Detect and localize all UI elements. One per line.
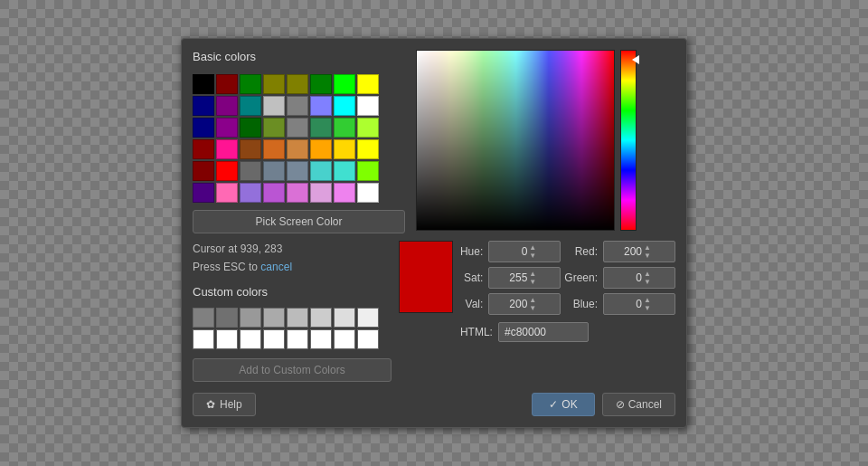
basic-color-swatch[interactable] bbox=[334, 118, 355, 138]
basic-color-swatch[interactable] bbox=[357, 96, 379, 116]
val-input[interactable] bbox=[491, 298, 527, 310]
help-button[interactable]: ✿ Help bbox=[193, 393, 256, 416]
green-input[interactable] bbox=[606, 271, 642, 284]
custom-color-swatch[interactable] bbox=[216, 308, 238, 328]
html-input[interactable] bbox=[498, 322, 589, 342]
basic-color-swatch[interactable] bbox=[263, 74, 285, 94]
basic-color-swatch[interactable] bbox=[263, 118, 285, 138]
cursor-info: Cursor at 939, 283 Press ESC to cancel bbox=[193, 241, 392, 275]
pick-screen-color-button[interactable]: Pick Screen Color bbox=[193, 210, 405, 233]
basic-color-swatch[interactable] bbox=[193, 183, 214, 203]
custom-color-swatch[interactable] bbox=[357, 308, 379, 328]
hue-input-wrapper[interactable]: ▲▼ bbox=[488, 241, 561, 262]
basic-color-swatch[interactable] bbox=[310, 139, 332, 159]
custom-color-swatch[interactable] bbox=[287, 308, 308, 328]
hue-input[interactable] bbox=[491, 245, 527, 258]
basic-color-swatch[interactable] bbox=[240, 118, 261, 138]
basic-color-swatch[interactable] bbox=[310, 118, 332, 138]
basic-color-swatch[interactable] bbox=[216, 183, 238, 203]
custom-color-swatch[interactable] bbox=[240, 308, 261, 328]
basic-color-swatch[interactable] bbox=[334, 74, 355, 94]
basic-color-swatch[interactable] bbox=[263, 183, 285, 203]
red-input-wrapper[interactable]: ▲▼ bbox=[603, 241, 675, 262]
basic-color-swatch[interactable] bbox=[334, 139, 355, 159]
add-to-custom-colors-button[interactable]: Add to Custom Colors bbox=[193, 358, 392, 382]
green-down[interactable]: ▼ bbox=[644, 279, 651, 286]
val-input-wrapper[interactable]: ▲▼ bbox=[488, 293, 561, 315]
red-down[interactable]: ▼ bbox=[644, 252, 651, 260]
hue-down[interactable]: ▼ bbox=[529, 252, 536, 260]
sat-label: Sat: bbox=[460, 271, 485, 284]
basic-color-swatch[interactable] bbox=[216, 161, 238, 181]
hue-up[interactable]: ▲ bbox=[529, 244, 536, 252]
custom-color-swatch[interactable] bbox=[310, 329, 332, 349]
basic-color-swatch[interactable] bbox=[287, 161, 308, 181]
basic-color-swatch[interactable] bbox=[357, 183, 379, 203]
blue-down[interactable]: ▼ bbox=[644, 305, 651, 312]
basic-color-swatch[interactable] bbox=[216, 74, 238, 94]
gradient-area[interactable]: + bbox=[416, 50, 615, 231]
basic-color-swatch[interactable] bbox=[216, 118, 238, 138]
basic-color-swatch[interactable] bbox=[263, 96, 285, 116]
hue-bar[interactable] bbox=[620, 50, 637, 231]
custom-color-swatch[interactable] bbox=[216, 329, 238, 349]
basic-color-swatch[interactable] bbox=[193, 139, 214, 159]
blue-input[interactable] bbox=[606, 298, 642, 310]
basic-color-swatch[interactable] bbox=[310, 96, 332, 116]
basic-color-swatch[interactable] bbox=[287, 139, 308, 159]
basic-color-swatch[interactable] bbox=[193, 74, 214, 94]
red-up[interactable]: ▲ bbox=[644, 244, 651, 252]
sat-up[interactable]: ▲ bbox=[529, 271, 536, 278]
custom-color-swatch[interactable] bbox=[193, 329, 214, 349]
basic-color-swatch[interactable] bbox=[334, 161, 355, 181]
ok-button[interactable]: ✓ OK bbox=[532, 393, 594, 416]
custom-color-swatch[interactable] bbox=[193, 308, 214, 328]
blue-up[interactable]: ▲ bbox=[644, 297, 651, 304]
custom-color-swatch[interactable] bbox=[334, 329, 355, 349]
gradient-row: + bbox=[416, 50, 675, 231]
custom-color-swatch[interactable] bbox=[310, 308, 332, 328]
basic-color-swatch[interactable] bbox=[357, 161, 379, 181]
basic-color-swatch[interactable] bbox=[310, 74, 332, 94]
basic-color-swatch[interactable] bbox=[287, 74, 308, 94]
basic-color-swatch[interactable] bbox=[240, 139, 261, 159]
val-down[interactable]: ▼ bbox=[529, 305, 536, 312]
blue-input-wrapper[interactable]: ▲▼ bbox=[603, 293, 675, 315]
basic-color-swatch[interactable] bbox=[263, 139, 285, 159]
basic-color-swatch[interactable] bbox=[334, 183, 355, 203]
custom-color-swatch[interactable] bbox=[287, 329, 308, 349]
basic-color-swatch[interactable] bbox=[357, 139, 379, 159]
cancel-button[interactable]: ⊘ Cancel bbox=[602, 393, 675, 416]
red-input[interactable] bbox=[606, 245, 642, 258]
basic-color-swatch[interactable] bbox=[193, 118, 214, 138]
basic-color-swatch[interactable] bbox=[263, 161, 285, 181]
basic-color-swatch[interactable] bbox=[357, 74, 379, 94]
custom-color-swatch[interactable] bbox=[263, 308, 285, 328]
basic-color-swatch[interactable] bbox=[216, 96, 238, 116]
basic-color-swatch[interactable] bbox=[193, 96, 214, 116]
custom-color-swatch[interactable] bbox=[240, 329, 261, 349]
basic-color-swatch[interactable] bbox=[310, 161, 332, 181]
green-input-wrapper[interactable]: ▲▼ bbox=[603, 267, 675, 289]
basic-color-swatch[interactable] bbox=[240, 74, 261, 94]
sat-input[interactable] bbox=[491, 271, 527, 284]
basic-color-swatch[interactable] bbox=[287, 183, 308, 203]
basic-color-swatch[interactable] bbox=[240, 96, 261, 116]
sat-down[interactable]: ▼ bbox=[529, 279, 536, 286]
custom-color-swatch[interactable] bbox=[263, 329, 285, 349]
basic-color-swatch[interactable] bbox=[240, 183, 261, 203]
basic-color-swatch[interactable] bbox=[334, 96, 355, 116]
color-preview bbox=[399, 241, 453, 313]
val-up[interactable]: ▲ bbox=[529, 297, 536, 304]
basic-color-swatch[interactable] bbox=[287, 118, 308, 138]
green-up[interactable]: ▲ bbox=[644, 271, 651, 278]
sat-input-wrapper[interactable]: ▲▼ bbox=[488, 267, 561, 289]
basic-color-swatch[interactable] bbox=[193, 161, 214, 181]
basic-color-swatch[interactable] bbox=[310, 183, 332, 203]
custom-color-swatch[interactable] bbox=[357, 329, 379, 349]
basic-color-swatch[interactable] bbox=[216, 139, 238, 159]
basic-color-swatch[interactable] bbox=[357, 118, 379, 138]
basic-color-swatch[interactable] bbox=[287, 96, 308, 116]
custom-color-swatch[interactable] bbox=[334, 308, 355, 328]
basic-color-swatch[interactable] bbox=[240, 161, 261, 181]
